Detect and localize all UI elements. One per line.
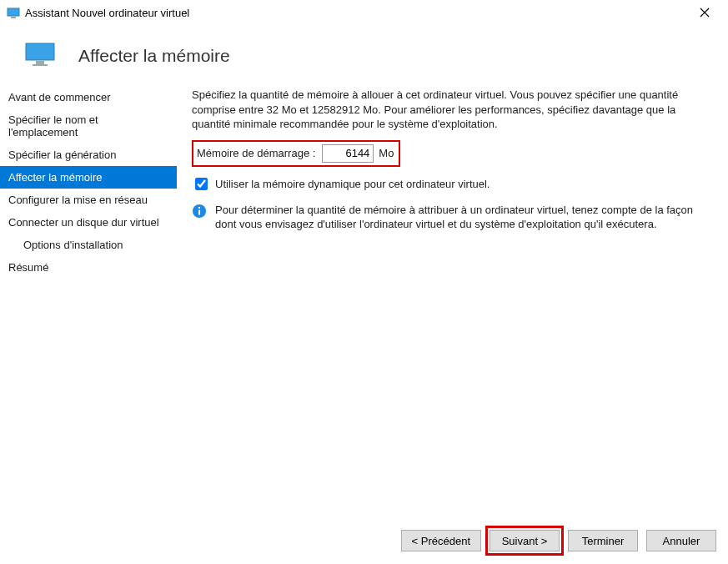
memory-label: Mémoire de démarrage : xyxy=(197,147,315,159)
page-title: Affecter la mémoire xyxy=(78,46,230,66)
next-button[interactable]: Suivant > xyxy=(490,530,560,551)
sidebar-item-before-begin[interactable]: Avant de commencer xyxy=(0,86,177,108)
description-text: Spécifiez la quantité de mémoire à allou… xyxy=(192,88,708,132)
svg-rect-0 xyxy=(8,8,19,16)
content-pane: Spécifiez la quantité de mémoire à allou… xyxy=(177,83,728,481)
cancel-button[interactable]: Annuler xyxy=(646,530,716,551)
startup-memory-input[interactable] xyxy=(322,144,374,163)
memory-row: Mémoire de démarrage : Mo xyxy=(192,140,400,167)
sidebar-item-vhd[interactable]: Connecter un disque dur virtuel xyxy=(0,211,177,234)
svg-rect-4 xyxy=(33,64,48,66)
svg-rect-1 xyxy=(11,17,16,18)
svg-rect-6 xyxy=(198,209,200,214)
svg-rect-2 xyxy=(26,43,54,60)
dynamic-memory-checkbox[interactable] xyxy=(195,178,208,190)
monitor-icon xyxy=(25,42,55,69)
svg-rect-3 xyxy=(36,61,44,64)
finish-button[interactable]: Terminer xyxy=(568,530,638,551)
info-icon xyxy=(192,204,207,223)
monitor-icon xyxy=(7,7,20,20)
close-icon[interactable] xyxy=(688,6,721,21)
svg-rect-7 xyxy=(198,207,200,209)
info-text: Pour déterminer la quantité de mémoire à… xyxy=(215,203,708,232)
sidebar-item-install-options[interactable]: Options d'installation xyxy=(0,234,177,256)
memory-unit: Mo xyxy=(379,147,394,159)
sidebar-item-summary[interactable]: Résumé xyxy=(0,256,177,279)
titlebar: Assistant Nouvel ordinateur virtuel xyxy=(0,0,728,27)
sidebar-item-assign-memory[interactable]: Affecter la mémoire xyxy=(0,166,177,189)
wizard-footer: < Précédent Suivant > Terminer Annuler xyxy=(0,517,728,564)
dynamic-memory-row: Utiliser la mémoire dynamique pour cet o… xyxy=(192,175,708,193)
dynamic-memory-label: Utiliser la mémoire dynamique pour cet o… xyxy=(215,178,490,190)
info-row: Pour déterminer la quantité de mémoire à… xyxy=(192,203,708,232)
window-title: Assistant Nouvel ordinateur virtuel xyxy=(25,7,688,19)
page-header: Affecter la mémoire xyxy=(0,27,728,83)
sidebar-item-name-location[interactable]: Spécifier le nom et l'emplacement xyxy=(0,108,177,144)
wizard-sidebar: Avant de commencer Spécifier le nom et l… xyxy=(0,83,177,481)
sidebar-item-networking[interactable]: Configurer la mise en réseau xyxy=(0,189,177,211)
back-button[interactable]: < Précédent xyxy=(401,530,481,551)
sidebar-item-generation[interactable]: Spécifier la génération xyxy=(0,144,177,166)
